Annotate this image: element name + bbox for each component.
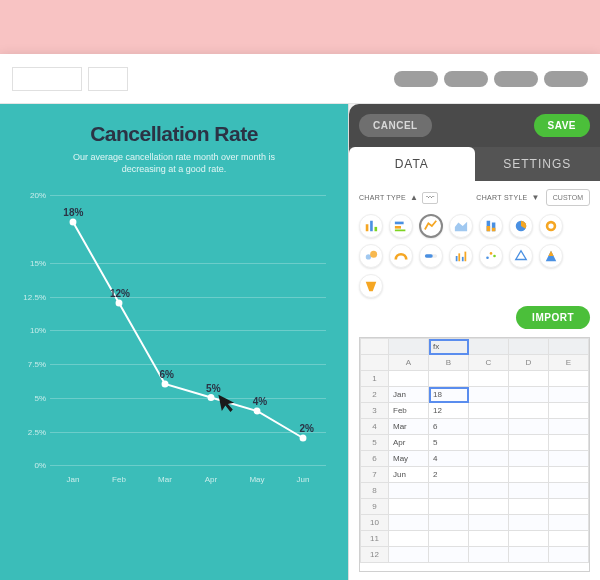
- cell[interactable]: [509, 371, 549, 387]
- chart-type-area[interactable]: [449, 214, 473, 238]
- row-header[interactable]: 12: [361, 547, 389, 563]
- toolbar-pill[interactable]: [444, 71, 488, 87]
- cell[interactable]: [509, 467, 549, 483]
- cell[interactable]: [469, 467, 509, 483]
- row-header[interactable]: 4: [361, 419, 389, 435]
- cell[interactable]: 2: [429, 467, 469, 483]
- cell[interactable]: [549, 499, 589, 515]
- cell[interactable]: [469, 435, 509, 451]
- fx-cell[interactable]: fx: [429, 339, 469, 355]
- row-header[interactable]: 1: [361, 371, 389, 387]
- chart-type-radar[interactable]: [509, 244, 533, 268]
- cell[interactable]: [469, 371, 509, 387]
- cell[interactable]: [429, 515, 469, 531]
- fx-cell[interactable]: [469, 339, 509, 355]
- cell[interactable]: 12: [429, 403, 469, 419]
- cell[interactable]: 5: [429, 435, 469, 451]
- col-header[interactable]: B: [429, 355, 469, 371]
- cell[interactable]: [509, 435, 549, 451]
- chart-type-vertical-bar[interactable]: [359, 214, 383, 238]
- toolbar-pill[interactable]: [544, 71, 588, 87]
- cell[interactable]: [469, 451, 509, 467]
- fx-cell[interactable]: [389, 339, 429, 355]
- cell[interactable]: [389, 371, 429, 387]
- cell[interactable]: [549, 435, 589, 451]
- cell[interactable]: [429, 483, 469, 499]
- cell[interactable]: [509, 515, 549, 531]
- chart-canvas[interactable]: Cancellation Rate Our average cancellati…: [0, 104, 348, 580]
- cell[interactable]: [509, 403, 549, 419]
- row-header[interactable]: 5: [361, 435, 389, 451]
- cell[interactable]: [469, 515, 509, 531]
- cell[interactable]: 4: [429, 451, 469, 467]
- cell[interactable]: [509, 387, 549, 403]
- col-header[interactable]: E: [549, 355, 589, 371]
- row-header[interactable]: 2: [361, 387, 389, 403]
- cell[interactable]: [469, 419, 509, 435]
- cell[interactable]: [469, 403, 509, 419]
- cell[interactable]: [549, 403, 589, 419]
- cell[interactable]: [469, 387, 509, 403]
- chart-type-stacked-bar[interactable]: [479, 214, 503, 238]
- cell[interactable]: [549, 387, 589, 403]
- cell[interactable]: [389, 531, 429, 547]
- row-header[interactable]: 11: [361, 531, 389, 547]
- cell[interactable]: [549, 419, 589, 435]
- cancel-button[interactable]: CANCEL: [359, 114, 432, 137]
- chart-type-funnel[interactable]: [359, 274, 383, 298]
- toolbar-box[interactable]: [12, 67, 82, 91]
- import-button[interactable]: IMPORT: [516, 306, 590, 329]
- col-header[interactable]: C: [469, 355, 509, 371]
- cell[interactable]: [549, 467, 589, 483]
- chart-type-scatter[interactable]: [479, 244, 503, 268]
- chart-type-bubble[interactable]: [359, 244, 383, 268]
- cell[interactable]: [509, 499, 549, 515]
- cell[interactable]: [389, 483, 429, 499]
- chart-type-pie[interactable]: [509, 214, 533, 238]
- cell[interactable]: Feb: [389, 403, 429, 419]
- chart-type-multi-bar[interactable]: [449, 244, 473, 268]
- fx-cell[interactable]: [509, 339, 549, 355]
- cell[interactable]: Jun: [389, 467, 429, 483]
- chart-type-pyramid[interactable]: [539, 244, 563, 268]
- chart-type-select[interactable]: CHART TYPE ▲ 〰: [359, 192, 438, 204]
- cell[interactable]: [509, 547, 549, 563]
- col-header[interactable]: D: [509, 355, 549, 371]
- row-header[interactable]: 7: [361, 467, 389, 483]
- cell[interactable]: Apr: [389, 435, 429, 451]
- cell[interactable]: [429, 371, 469, 387]
- cell[interactable]: [389, 515, 429, 531]
- toolbar-box-small[interactable]: [88, 67, 128, 91]
- row-header[interactable]: 9: [361, 499, 389, 515]
- chart-type-gauge[interactable]: [389, 244, 413, 268]
- cell[interactable]: [549, 531, 589, 547]
- row-header[interactable]: 6: [361, 451, 389, 467]
- save-button[interactable]: SAVE: [534, 114, 591, 137]
- cell[interactable]: 6: [429, 419, 469, 435]
- cell[interactable]: [509, 483, 549, 499]
- tab-data[interactable]: DATA: [349, 147, 475, 181]
- chart-type-progress[interactable]: [419, 244, 443, 268]
- cell[interactable]: [549, 483, 589, 499]
- cell[interactable]: [469, 499, 509, 515]
- cell[interactable]: [469, 547, 509, 563]
- toolbar-pill[interactable]: [494, 71, 538, 87]
- data-spreadsheet[interactable]: fxABCDE12Jan183Feb124Mar65Apr56May47Jun2…: [359, 337, 590, 572]
- cell[interactable]: [509, 419, 549, 435]
- cell[interactable]: [469, 531, 509, 547]
- cell[interactable]: May: [389, 451, 429, 467]
- cell[interactable]: 18: [429, 387, 469, 403]
- cell[interactable]: Mar: [389, 419, 429, 435]
- cell[interactable]: [429, 531, 469, 547]
- fx-cell[interactable]: [549, 339, 589, 355]
- toolbar-pill[interactable]: [394, 71, 438, 87]
- cell[interactable]: [469, 483, 509, 499]
- chart-style-select[interactable]: CHART STYLE ▼: [476, 193, 540, 202]
- cell[interactable]: [389, 547, 429, 563]
- chart-type-donut[interactable]: [539, 214, 563, 238]
- tab-settings[interactable]: SETTINGS: [475, 147, 601, 181]
- cell[interactable]: [549, 371, 589, 387]
- cell[interactable]: [509, 451, 549, 467]
- cell[interactable]: [549, 451, 589, 467]
- row-header[interactable]: 8: [361, 483, 389, 499]
